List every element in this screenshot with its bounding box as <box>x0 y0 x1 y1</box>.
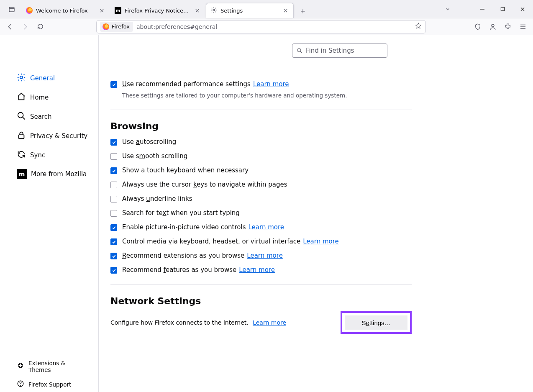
learn-more-link[interactable]: Learn more <box>303 238 339 245</box>
checkbox-icon <box>110 167 117 174</box>
sidebar-item-search[interactable]: Search <box>0 107 98 126</box>
search-placeholder: Find in Settings <box>306 47 354 54</box>
tab-0[interactable]: Welcome to Firefox <box>22 3 110 18</box>
highlight-box: Settings… <box>341 311 412 334</box>
tab-1[interactable]: mFirefox Privacy Notice — Mozilla <box>110 3 205 18</box>
sidebar-item-more-from-mozilla[interactable]: mMore from Mozilla <box>0 165 98 183</box>
tab-close-button[interactable] <box>193 7 201 14</box>
window-minimize-button[interactable] <box>473 3 492 16</box>
sidebar-item-label: More from Mozilla <box>31 170 87 178</box>
search-icon <box>17 111 26 122</box>
browsing-checkbox-4[interactable]: Always underline links <box>110 195 412 202</box>
checkbox-icon <box>110 253 117 259</box>
tab-title: Firefox Privacy Notice — Mozilla <box>125 8 190 14</box>
checkbox-icon <box>110 196 117 202</box>
tab-2[interactable]: Settings <box>206 3 294 18</box>
svg-point-4 <box>20 76 23 79</box>
sidebar-item-label: Privacy & Security <box>30 132 87 140</box>
separator <box>110 284 412 285</box>
sidebar-footer-firefox-support[interactable]: Firefox Support <box>0 377 98 392</box>
network-description: Configure how Firefox connects to the in… <box>110 319 249 326</box>
sidebar-item-sync[interactable]: Sync <box>0 146 98 165</box>
learn-more-link[interactable]: Learn more <box>248 223 284 231</box>
browsing-section-title: Browsing <box>110 121 412 131</box>
reload-button[interactable] <box>33 20 47 33</box>
identity-label: Firefox <box>112 23 130 30</box>
separator <box>110 110 412 110</box>
performance-learn-more-link[interactable]: Learn more <box>253 80 289 88</box>
window-maximize-button[interactable] <box>493 3 512 16</box>
account-icon[interactable] <box>486 20 500 33</box>
browsing-checkbox-1[interactable]: Use smooth scrolling <box>110 152 412 160</box>
home-icon <box>17 92 26 103</box>
checkbox-icon <box>110 153 117 160</box>
find-in-settings-input[interactable]: Find in Settings <box>292 44 387 58</box>
browsing-checkbox-8[interactable]: Recommend extensions as you browseLearn … <box>110 252 412 259</box>
sidebar-item-home[interactable]: Home <box>0 88 98 107</box>
firefox-icon <box>26 7 33 14</box>
sidebar-item-label: Search <box>30 113 52 120</box>
svg-point-3 <box>492 24 494 27</box>
checkbox-icon <box>110 238 117 245</box>
checkbox-icon <box>110 224 117 231</box>
checkbox-icon <box>110 210 117 217</box>
forward-button[interactable] <box>18 20 32 33</box>
app-menu-icon[interactable] <box>516 20 530 33</box>
checkbox-icon <box>110 81 117 88</box>
titlebar: Welcome to FirefoxmFirefox Privacy Notic… <box>0 0 533 18</box>
tab-close-button[interactable] <box>282 7 289 15</box>
identity-box[interactable]: Firefox <box>100 22 133 32</box>
preferences-sidebar: GeneralHomeSearchPrivacy & SecuritySyncm… <box>0 35 99 392</box>
sidebar-item-label: Home <box>30 94 49 101</box>
learn-more-link[interactable]: Learn more <box>247 252 283 259</box>
network-section-title: Network Settings <box>110 296 412 306</box>
browsing-checkbox-0[interactable]: Use autoscrolling <box>110 138 412 146</box>
svg-rect-2 <box>501 7 504 10</box>
sidebar-item-label: Sync <box>30 151 45 159</box>
checkbox-icon <box>110 182 117 188</box>
url-text: about:preferences#general <box>136 23 411 30</box>
network-settings-button[interactable]: Settings… <box>345 315 407 330</box>
bookmark-star-icon[interactable] <box>415 22 422 31</box>
sidebar-footer-label: Extensions & Themes <box>28 360 89 373</box>
help-icon <box>17 380 24 389</box>
url-bar[interactable]: Firefox about:preferences#general <box>96 20 426 33</box>
browsing-checkbox-5[interactable]: Search for text when you start typing <box>110 209 412 217</box>
tab-strip: Welcome to FirefoxmFirefox Privacy Notic… <box>22 0 440 18</box>
extensions-icon[interactable] <box>501 20 515 33</box>
browsing-checkbox-7[interactable]: Control media via keyboard, headset, or … <box>110 238 412 245</box>
learn-more-link[interactable]: Learn more <box>239 266 275 274</box>
use-recommended-performance-checkbox[interactable]: Use recommended performance settingsLear… <box>110 80 412 88</box>
checkbox-icon <box>110 267 117 274</box>
mozilla-icon: m <box>17 169 27 179</box>
preferences-main[interactable]: Find in Settings Use recommended perform… <box>99 35 533 392</box>
checkbox-icon <box>110 139 117 146</box>
sidebar-item-privacy-security[interactable]: Privacy & Security <box>0 126 98 146</box>
puzzle-icon <box>17 362 24 371</box>
navigation-toolbar: Firefox about:preferences#general <box>0 18 533 35</box>
shield-icon[interactable] <box>471 20 484 33</box>
tab-title: Welcome to Firefox <box>36 8 95 14</box>
browsing-checkbox-9[interactable]: Recommend features as you browseLearn mo… <box>110 266 412 274</box>
new-tab-button[interactable] <box>296 5 310 18</box>
network-learn-more-link[interactable]: Learn more <box>253 319 286 326</box>
tab-close-button[interactable] <box>98 7 105 14</box>
sidebar-item-general[interactable]: General <box>0 69 98 88</box>
sidebar-item-label: General <box>30 74 55 82</box>
preferences-page: GeneralHomeSearchPrivacy & SecuritySyncm… <box>0 35 533 392</box>
svg-point-8 <box>20 385 21 385</box>
browsing-checkbox-3[interactable]: Always use the cursor keys to navigate w… <box>110 181 412 188</box>
window-close-button[interactable] <box>513 3 532 16</box>
sidebar-footer-extensions-themes[interactable]: Extensions & Themes <box>0 356 98 377</box>
lock-icon <box>17 131 26 141</box>
list-all-tabs-button[interactable] <box>440 2 455 17</box>
browsing-checkbox-6[interactable]: Enable picture-in-picture video controls… <box>110 223 412 231</box>
browsing-checkbox-2[interactable]: Show a touch keyboard when necessary <box>110 167 412 174</box>
tab-title: Settings <box>220 8 278 14</box>
recent-browsing-button[interactable] <box>4 2 19 17</box>
gear-icon <box>17 73 26 84</box>
svg-rect-0 <box>9 7 14 12</box>
svg-point-5 <box>18 113 23 118</box>
performance-subtext: These settings are tailored to your comp… <box>122 92 412 99</box>
back-button[interactable] <box>3 20 17 33</box>
